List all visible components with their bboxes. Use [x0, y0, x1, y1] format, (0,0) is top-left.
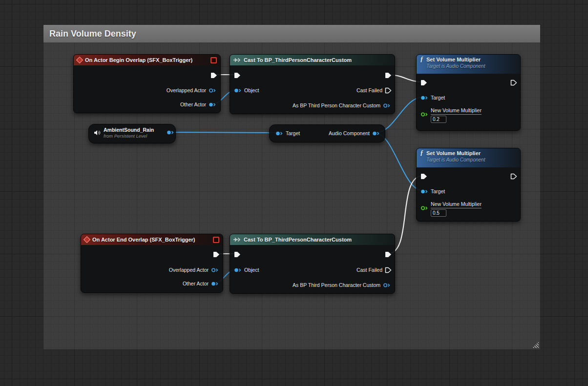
node-header: On Actor Begin Overlap (SFX_BoxTrigger) [74, 55, 220, 65]
event-delegate-icon [210, 57, 217, 63]
function-icon: ƒ [420, 56, 423, 63]
node-title: On Actor Begin Overlap (SFX_BoxTrigger) [85, 57, 192, 63]
node-title: Set Volume Multiplier [426, 56, 485, 63]
new-volume-input[interactable] [431, 116, 446, 123]
exec-out-pin[interactable] [510, 80, 517, 86]
new-volume-multiplier-pin[interactable] [420, 112, 428, 117]
pin-label: New Volume Multiplier [431, 201, 482, 208]
pin-label: Overlapped Actor [169, 267, 209, 273]
event-icon [84, 236, 90, 243]
pin-label: As BP Third Person Character Custom [293, 282, 380, 288]
speaker-icon [94, 130, 101, 136]
overlapped-actor-pin[interactable] [211, 267, 219, 273]
node-header: Cast To BP_ThirdPersonCharacterCustom [230, 55, 395, 65]
target-pin[interactable] [420, 95, 428, 101]
pin-label: Other Actor [183, 281, 209, 286]
pin-label: As BP Third Person Character Custom [293, 102, 380, 108]
node-header: ƒ Set Volume Multiplier Target is Audio … [417, 148, 520, 167]
pin-label: Audio Component [329, 130, 370, 136]
pin-label: Object [244, 267, 259, 273]
exec-out-pin[interactable] [510, 173, 517, 180]
node-get-audio-component[interactable]: Target Audio Component [269, 124, 385, 142]
pin-label: Object [244, 87, 259, 93]
audio-component-output-pin[interactable] [372, 131, 380, 136]
target-pin[interactable] [275, 131, 283, 136]
node-ambient-sound-rain[interactable]: AmbientSound_Rain from Persistent Level [88, 124, 176, 143]
exec-out-pin[interactable] [385, 72, 392, 79]
overlapped-actor-pin[interactable] [209, 88, 216, 93]
cast-icon [233, 237, 241, 242]
node-event-end-overlap[interactable]: On Actor End Overlap (SFX_BoxTrigger) Ov… [81, 234, 223, 293]
node-subtitle: Target is Audio Component [426, 157, 485, 163]
node-cast-bottom[interactable]: Cast To BP_ThirdPersonCharacterCustom Ob… [230, 234, 395, 294]
node-title: Set Volume Multiplier [426, 150, 485, 157]
function-icon: ƒ [420, 149, 423, 157]
target-pin[interactable] [420, 189, 428, 194]
pin-label: New Volume Multiplier [431, 107, 482, 115]
exec-out-pin[interactable] [210, 72, 217, 79]
object-pin[interactable] [234, 88, 242, 93]
pin-label: Other Actor [180, 102, 206, 107]
exec-in-pin[interactable] [234, 72, 241, 79]
cast-failed-pin[interactable] [385, 267, 392, 273]
as-character-pin[interactable] [383, 283, 391, 288]
node-title: On Actor End Overlap (SFX_BoxTrigger) [92, 237, 195, 243]
node-title: AmbientSound_Rain [104, 127, 154, 133]
pin-label: Target [431, 188, 445, 194]
exec-out-pin[interactable] [385, 251, 392, 258]
node-header: On Actor End Overlap (SFX_BoxTrigger) [81, 234, 223, 245]
comment-header[interactable]: Rain Volume Density [43, 25, 540, 42]
object-pin[interactable] [234, 267, 242, 273]
exec-in-pin[interactable] [420, 173, 427, 180]
cast-failed-pin[interactable] [385, 87, 392, 94]
node-subtitle: from Persistent Level [104, 133, 154, 139]
exec-in-pin[interactable] [420, 80, 427, 86]
pin-label: Cast Failed [357, 87, 382, 93]
exec-in-pin[interactable] [234, 251, 241, 258]
pin-label: Target [431, 95, 445, 101]
exec-out-pin[interactable] [213, 251, 220, 258]
node-header: ƒ Set Volume Multiplier Target is Audio … [417, 55, 520, 74]
cast-icon [233, 58, 241, 62]
event-icon [76, 57, 83, 63]
pin-label: Overlapped Actor [167, 87, 206, 93]
node-cast-top[interactable]: Cast To BP_ThirdPersonCharacterCustom Ob… [230, 54, 395, 114]
comment-resize-handle[interactable] [532, 342, 539, 348]
pin-label: Cast Failed [357, 267, 382, 273]
node-subtitle: Target is Audio Component [426, 63, 485, 69]
other-actor-pin[interactable] [211, 281, 219, 286]
node-header: Cast To BP_ThirdPersonCharacterCustom [230, 234, 395, 245]
as-character-pin[interactable] [383, 103, 391, 108]
other-actor-pin[interactable] [209, 102, 216, 107]
new-volume-input[interactable] [431, 209, 446, 217]
ambient-sound-output-pin[interactable] [167, 130, 174, 135]
comment-title: Rain Volume Density [49, 29, 136, 39]
node-set-volume-multiplier-top[interactable]: ƒ Set Volume Multiplier Target is Audio … [416, 54, 521, 131]
node-set-volume-multiplier-bottom[interactable]: ƒ Set Volume Multiplier Target is Audio … [416, 148, 521, 222]
node-event-begin-overlap[interactable]: On Actor Begin Overlap (SFX_BoxTrigger) … [73, 54, 221, 113]
pin-label: Target [286, 130, 300, 136]
node-title: Cast To BP_ThirdPersonCharacterCustom [244, 237, 352, 243]
node-title: Cast To BP_ThirdPersonCharacterCustom [244, 57, 352, 63]
new-volume-multiplier-pin[interactable] [420, 205, 428, 211]
blueprint-graph-canvas[interactable]: { "comment": { "title": "Rain Volume Den… [0, 0, 588, 386]
event-delegate-icon [213, 237, 219, 243]
